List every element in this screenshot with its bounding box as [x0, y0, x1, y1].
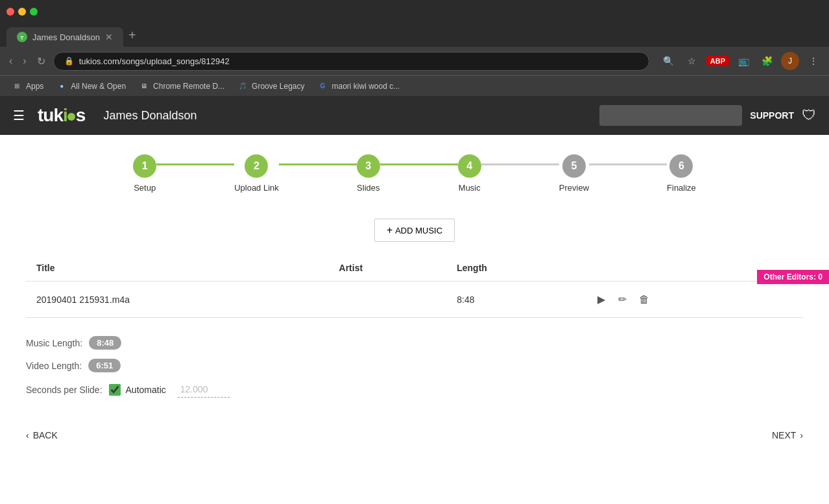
step-6: 6 Finalize — [667, 154, 696, 193]
bookmark-groove-legacy-label: Groove Legacy — [252, 82, 304, 91]
chrome-remote-icon: 🖥 — [139, 81, 149, 91]
table-row: 20190401 215931.m4a 8:48 ▶ ✏ 🗑 — [26, 282, 803, 318]
bookmark-button[interactable]: ☆ — [683, 52, 701, 70]
bookmark-chrome-remote[interactable]: 🖥 Chrome Remote D... — [134, 78, 230, 94]
step-circle-3: 3 — [357, 154, 380, 178]
stepper: 1 Setup 2 Upload Link 3 — [26, 154, 803, 193]
step-3: 3 Slides — [357, 154, 380, 193]
step-connector-5 — [589, 163, 667, 165]
music-length-label: Music Length: — [26, 338, 82, 348]
row-title: 20190401 215931.m4a — [26, 282, 329, 318]
step-4: 4 Music — [458, 154, 481, 193]
video-length-row: Video Length: 6:51 — [26, 359, 803, 372]
menu-button[interactable]: ⋮ — [804, 52, 823, 70]
address-bar-row: ‹ › ↻ 🔒 tukios.com/songs/upload_songs/81… — [0, 47, 829, 75]
profile-avatar[interactable]: J — [781, 52, 799, 70]
next-button[interactable]: NEXT › — [772, 430, 803, 440]
bookmark-maori[interactable]: G maori kiwi wood c... — [313, 78, 405, 94]
step-label-3: Slides — [357, 183, 379, 193]
step-circle-6: 6 — [669, 154, 693, 178]
auto-value-input[interactable] — [178, 381, 230, 398]
new-tab-button[interactable]: + — [123, 28, 141, 43]
search-button[interactable]: 🔍 — [660, 52, 678, 70]
col-title: Title — [26, 255, 329, 282]
bookmark-all-new[interactable]: ● All New & Open — [51, 78, 131, 94]
step-label-1: Setup — [134, 183, 156, 193]
step-5: 5 Preview — [559, 154, 589, 193]
step-connector-4 — [481, 163, 559, 165]
tab-bar: T James Donaldson ✕ + — [0, 23, 829, 47]
step-connector-3 — [380, 163, 458, 165]
step-connector-2 — [279, 163, 357, 165]
refresh-button[interactable]: ↻ — [34, 53, 48, 70]
step-label-6: Finalize — [667, 183, 696, 193]
add-music-button[interactable]: + ADD MUSIC — [374, 219, 455, 242]
step-label-2: Upload Link — [234, 183, 279, 193]
hamburger-menu[interactable]: ☰ — [13, 108, 25, 123]
tab-favicon: T — [17, 32, 27, 42]
automatic-checkbox[interactable] — [109, 384, 121, 396]
back-nav-button[interactable]: ‹ — [6, 53, 15, 69]
music-table: Title Artist Length 20190401 215931.m4a … — [26, 255, 803, 318]
step-circle-2: 2 — [245, 154, 268, 178]
app-container: ☰ tukis James Donaldson SUPPORT 🛡 Other … — [0, 96, 829, 504]
delete-button[interactable]: 🗑 — [634, 291, 655, 308]
step-label-5: Preview — [559, 183, 589, 193]
lock-icon: 🔒 — [64, 56, 74, 66]
video-length-badge: 6:51 — [88, 359, 121, 372]
minimize-traffic-light[interactable] — [18, 8, 26, 16]
bookmarks-bar: ⊞ Apps ● All New & Open 🖥 Chrome Remote … — [0, 75, 829, 96]
shield-icon[interactable]: 🛡 — [802, 107, 816, 124]
search-input[interactable] — [599, 105, 742, 126]
step-connector-1 — [156, 163, 234, 165]
user-name: James Donaldson — [103, 109, 197, 123]
next-button-label: NEXT — [772, 430, 796, 440]
active-tab[interactable]: T James Donaldson ✕ — [6, 27, 123, 47]
automatic-checkbox-row: Automatic — [109, 381, 230, 398]
music-info-section: Music Length: 8:48 Video Length: 6:51 Se… — [26, 336, 803, 398]
add-music-label: ADD MUSIC — [395, 226, 442, 235]
maximize-traffic-light[interactable] — [30, 8, 38, 16]
bookmark-chrome-remote-label: Chrome Remote D... — [153, 82, 224, 91]
close-traffic-light[interactable] — [6, 8, 14, 16]
other-editors-badge: Other Editors: 0 — [757, 270, 829, 284]
video-length-label: Video Length: — [26, 361, 82, 371]
traffic-lights — [6, 8, 38, 16]
row-actions: ▶ ✏ 🗑 — [582, 282, 803, 318]
step-2: 2 Upload Link — [234, 154, 279, 193]
add-music-icon: + — [387, 224, 392, 235]
nav-footer: ‹ BACK NEXT › — [26, 424, 803, 440]
support-button[interactable]: SUPPORT — [750, 110, 794, 121]
step-circle-1: 1 — [133, 154, 156, 178]
row-length: 8:48 — [446, 282, 581, 318]
circle-icon: ● — [56, 81, 67, 91]
tab-title: James Donaldson — [32, 32, 100, 42]
add-music-wrapper: + ADD MUSIC — [26, 219, 803, 242]
edit-button[interactable]: ✏ — [613, 291, 632, 308]
app-header: ☰ tukis James Donaldson SUPPORT 🛡 — [0, 96, 829, 135]
step-1: 1 Setup — [133, 154, 156, 193]
browser-actions: 🔍 ☆ ABP 📺 🧩 J ⋮ — [660, 52, 823, 70]
google-icon: G — [318, 81, 328, 91]
bookmark-groove-legacy[interactable]: 🎵 Groove Legacy — [232, 78, 309, 94]
step-circle-4: 4 — [458, 154, 481, 178]
next-chevron-icon: › — [800, 430, 803, 440]
address-bar[interactable]: 🔒 tukios.com/songs/upload_songs/812942 — [53, 52, 649, 71]
play-button[interactable]: ▶ — [592, 291, 610, 308]
music-length-badge: 8:48 — [89, 336, 121, 350]
back-button-label: BACK — [33, 430, 58, 440]
bookmark-apps[interactable]: ⊞ Apps — [6, 78, 49, 94]
back-button[interactable]: ‹ BACK — [26, 430, 58, 440]
cast-button[interactable]: 📺 — [734, 52, 752, 70]
apps-icon: ⊞ — [12, 81, 22, 91]
col-artist: Artist — [329, 255, 447, 282]
header-right: SUPPORT 🛡 — [599, 105, 816, 126]
row-artist — [329, 282, 447, 318]
tab-close-button[interactable]: ✕ — [105, 32, 113, 42]
address-text: tukios.com/songs/upload_songs/812942 — [79, 56, 638, 66]
abp-button[interactable]: ABP — [706, 56, 729, 66]
extensions-button[interactable]: 🧩 — [758, 52, 776, 70]
bookmark-apps-label: Apps — [26, 82, 43, 91]
bookmark-maori-label: maori kiwi wood c... — [332, 82, 400, 91]
forward-nav-button[interactable]: › — [20, 53, 29, 69]
